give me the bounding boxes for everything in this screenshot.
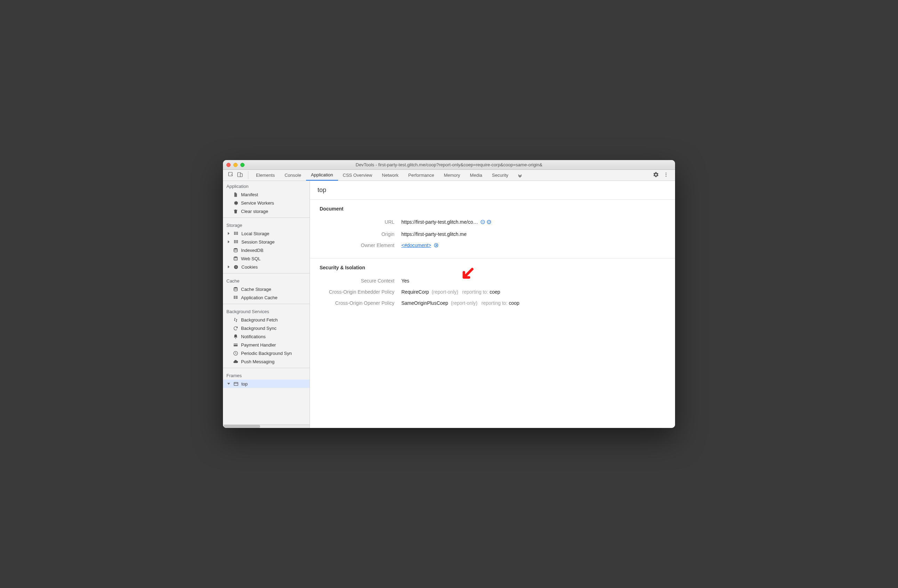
sidebar-item-periodic-background-syn[interactable]: Periodic Background Syn (223, 349, 309, 357)
zoom-window-button[interactable] (240, 163, 244, 167)
sidebar-item-notifications[interactable]: Notifications (223, 332, 309, 341)
sidebar-item-cache-storage[interactable]: Cache Storage (223, 285, 309, 293)
sidebar-item-service-workers[interactable]: Service Workers (223, 199, 309, 207)
sidebar-item-top[interactable]: top (223, 380, 309, 388)
sidebar-item-label: Local Storage (241, 231, 269, 236)
tab-performance[interactable]: Performance (403, 170, 439, 180)
sidebar-item-push-messaging[interactable]: Push Messaging (223, 357, 309, 366)
sidebar-item-background-sync[interactable]: Background Sync (223, 324, 309, 332)
grid-icon (233, 231, 238, 236)
tab-security[interactable]: Security (487, 170, 514, 180)
row-url: URL https://first-party-test.glitch.me/c… (320, 216, 665, 229)
content-area: ApplicationManifestService WorkersClear … (223, 181, 675, 428)
document-heading: Document (320, 206, 665, 212)
horizontal-scrollbar[interactable] (223, 425, 309, 428)
svg-rect-28 (234, 297, 235, 297)
sidebar-item-manifest[interactable]: Manifest (223, 190, 309, 199)
badge-coep-icon[interactable] (480, 219, 486, 226)
cookie-icon (233, 264, 238, 269)
sidebar-group-background-services: Background Services (223, 306, 309, 316)
url-text: https://first-party-test.glitch.me/co… (401, 219, 478, 225)
tab-console[interactable]: Console (280, 170, 306, 180)
document-section: Document URL https://first-party-test.gl… (310, 200, 675, 259)
tabs: ElementsConsoleApplicationCSS OverviewNe… (251, 170, 514, 180)
kebab-menu-icon[interactable] (663, 172, 669, 179)
svg-rect-11 (236, 234, 238, 234)
sidebar-item-local-storage[interactable]: Local Storage (223, 229, 309, 238)
sidebar-group-application: Application (223, 181, 309, 190)
inspect-element-icon[interactable] (228, 171, 234, 179)
value-origin: https://first-party-test.glitch.me (401, 231, 665, 237)
sidebar-item-application-cache[interactable]: Application Cache (223, 293, 309, 302)
reveal-element-icon[interactable] (434, 243, 439, 249)
label-origin: Origin (320, 231, 401, 237)
updown-icon (233, 317, 238, 323)
tab-elements[interactable]: Elements (251, 170, 280, 180)
svg-rect-27 (236, 296, 238, 296)
separator (223, 273, 309, 274)
svg-point-18 (234, 248, 237, 249)
window-controls (226, 163, 244, 167)
svg-rect-12 (234, 240, 235, 241)
devtools-window: DevTools - first-party-test.glitch.me/co… (223, 160, 675, 428)
grid-icon (233, 239, 238, 245)
chevron-right-icon (228, 240, 229, 243)
tab-network[interactable]: Network (377, 170, 403, 180)
sidebar-item-label: Cookies (241, 265, 258, 269)
sidebar-item-payment-handler[interactable]: Payment Handler (223, 341, 309, 349)
sidebar-item-label: Clear storage (241, 209, 268, 214)
svg-rect-15 (236, 241, 238, 242)
svg-rect-2 (240, 174, 242, 177)
db-icon (233, 247, 238, 253)
close-window-button[interactable] (226, 163, 231, 167)
tab-media[interactable]: Media (465, 170, 487, 180)
tab-css-overview[interactable]: CSS Overview (338, 170, 377, 180)
application-sidebar[interactable]: ApplicationManifestService WorkersClear … (223, 181, 310, 428)
value-url: https://first-party-test.glitch.me/co… (401, 219, 665, 226)
tabbar-right (649, 170, 672, 180)
sidebar-item-background-fetch[interactable]: Background Fetch (223, 316, 309, 324)
settings-icon[interactable] (653, 171, 659, 179)
device-toggle-icon[interactable] (237, 171, 243, 179)
coop-reporting-target: coop (509, 300, 519, 306)
coop-reporting-label: reporting to: (481, 300, 507, 306)
label-secure-context: Secure Context (320, 278, 401, 283)
sidebar-item-indexeddb[interactable]: IndexedDB (223, 246, 309, 254)
svg-point-22 (236, 266, 237, 266)
row-secure-context: Secure Context Yes (320, 275, 665, 286)
tab-application[interactable]: Application (306, 170, 338, 180)
svg-rect-30 (234, 298, 235, 299)
owner-link[interactable]: <#document> (401, 243, 431, 248)
row-origin: Origin https://first-party-test.glitch.m… (320, 229, 665, 240)
svg-point-19 (234, 256, 237, 258)
sidebar-item-session-storage[interactable]: Session Storage (223, 238, 309, 246)
row-owner: Owner Element <#document> (320, 240, 665, 252)
file-icon (233, 192, 238, 197)
window-title: DevTools - first-party-test.glitch.me/co… (226, 162, 672, 167)
svg-rect-17 (236, 242, 238, 243)
value-coep: RequireCorp (report-only) reporting to: … (401, 289, 665, 295)
tab-memory[interactable]: Memory (439, 170, 465, 180)
label-url: URL (320, 219, 401, 226)
sidebar-item-label: Application Cache (241, 295, 278, 300)
svg-point-25 (234, 287, 237, 288)
more-tabs-icon[interactable] (514, 170, 527, 180)
svg-point-4 (666, 174, 666, 175)
sidebar-item-web-sql[interactable]: Web SQL (223, 254, 309, 263)
value-coop: SameOriginPlusCoep (report-only) reporti… (401, 300, 665, 306)
sidebar-item-cookies[interactable]: Cookies (223, 263, 309, 271)
titlebar: DevTools - first-party-test.glitch.me/co… (223, 160, 675, 170)
badge-coop-icon[interactable] (486, 219, 492, 226)
coep-value: RequireCorp (401, 289, 429, 295)
sidebar-item-label: Service Workers (241, 200, 274, 206)
label-owner: Owner Element (320, 243, 401, 249)
security-heading: Security & Isolation (320, 265, 665, 270)
sidebar-item-clear-storage[interactable]: Clear storage (223, 207, 309, 215)
svg-rect-14 (234, 241, 235, 242)
sidebar-group-frames: Frames (223, 370, 309, 380)
separator (248, 171, 248, 179)
minimize-window-button[interactable] (234, 163, 238, 167)
separator (223, 217, 309, 218)
devtools-tabbar: ElementsConsoleApplicationCSS OverviewNe… (223, 170, 675, 181)
frame-heading: top (310, 181, 675, 200)
